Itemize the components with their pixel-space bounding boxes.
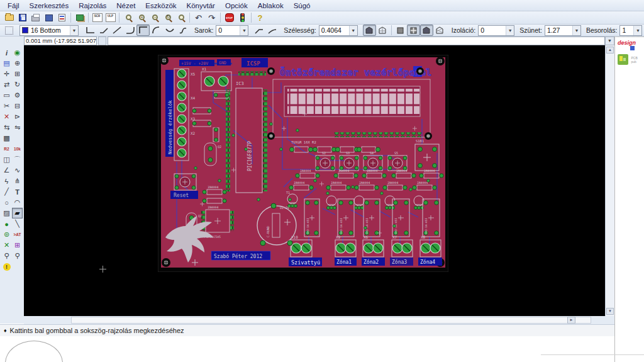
layer-select[interactable]: 16 Bottom ▼ xyxy=(19,25,79,36)
tool-ratsnest[interactable]: ✕ xyxy=(1,240,12,251)
redo-button[interactable]: ↷ xyxy=(205,12,218,23)
horizontal-scrollbar[interactable]: ◄ ► xyxy=(24,316,614,324)
pour-hatch-button[interactable] xyxy=(376,25,389,36)
scrollbar-track[interactable] xyxy=(71,317,591,324)
tool-route[interactable]: ϟ xyxy=(1,176,12,186)
command-history-dropdown[interactable]: ▼ xyxy=(605,37,614,45)
tool-pinswap[interactable]: ⇆ xyxy=(1,122,12,133)
tool-name[interactable]: R2 xyxy=(1,144,12,154)
bend-style-1[interactable] xyxy=(97,25,110,36)
tool-copy[interactable]: ⊞ xyxy=(12,69,23,79)
tool-group[interactable]: ▭ xyxy=(1,90,12,101)
bend-style-2[interactable] xyxy=(110,25,123,36)
tool-change[interactable]: ⚙ xyxy=(12,90,23,101)
print-button[interactable] xyxy=(29,12,42,23)
menu-view[interactable]: Nézet xyxy=(111,1,140,10)
menu-options[interactable]: Opciók xyxy=(220,1,253,10)
tool-paste[interactable]: ⊟ xyxy=(12,101,23,111)
isolate-select[interactable]: 0 ▼ xyxy=(478,25,514,36)
switch-editor-button[interactable] xyxy=(55,12,69,23)
tool-miter[interactable]: ⌒ xyxy=(12,154,23,165)
bend-style-5[interactable] xyxy=(150,25,163,36)
tool-optimize[interactable]: ∿ xyxy=(12,165,23,176)
tool-move[interactable]: ✛ xyxy=(1,69,12,79)
menu-windows[interactable]: Ablakok xyxy=(253,1,289,10)
pour-solid-button[interactable] xyxy=(363,25,376,36)
tool-via[interactable]: ● xyxy=(1,218,12,229)
spacing-select[interactable]: 1.27 ▼ xyxy=(545,25,581,36)
go-button[interactable] xyxy=(236,12,249,23)
scroll-right-button[interactable]: ► xyxy=(567,317,575,324)
tool-lock[interactable]: ▩ xyxy=(1,133,12,144)
tool-mark[interactable]: ⊕ xyxy=(12,58,23,69)
menu-draw[interactable]: Rajzolás xyxy=(74,1,111,10)
zoom-out-button[interactable]: − xyxy=(148,12,161,23)
command-splitter[interactable] xyxy=(98,37,106,45)
tool-display[interactable]: ▤ xyxy=(1,58,12,69)
grid-button[interactable] xyxy=(3,25,16,36)
menu-tools[interactable]: Eszközök xyxy=(140,1,181,10)
tool-value[interactable]: 10k xyxy=(12,144,23,154)
tool-hole[interactable]: ⊚ xyxy=(1,229,12,240)
bend-style-6[interactable] xyxy=(163,25,176,36)
orphans-on-button[interactable] xyxy=(420,25,433,36)
orphans-off-button[interactable] xyxy=(433,25,447,36)
tool-add[interactable]: ⊳ xyxy=(12,111,23,122)
tool-gateswap[interactable]: ⇋ xyxy=(12,122,23,133)
zoom-redraw-button[interactable]: ↻ xyxy=(161,12,174,23)
stop-button[interactable]: STOP xyxy=(223,12,236,23)
tool-rect[interactable]: ▨ xyxy=(1,208,12,218)
script-button[interactable]: SCR xyxy=(91,12,104,23)
miter-round-button[interactable] xyxy=(265,25,279,36)
corner-select[interactable]: 0 ▼ xyxy=(216,25,248,36)
library-button[interactable] xyxy=(73,12,86,23)
cam-button[interactable] xyxy=(42,12,55,23)
tool-smash[interactable]: ◫ xyxy=(1,154,12,165)
tool-errors[interactable]: ! xyxy=(1,261,12,272)
scroll-down-button[interactable]: ▼ xyxy=(606,308,614,315)
bend-style-3[interactable] xyxy=(123,25,136,36)
menu-file[interactable]: Fájl xyxy=(3,1,25,10)
help-button[interactable]: ? xyxy=(253,12,267,23)
tool-show[interactable]: ◉ xyxy=(12,47,23,58)
bend-style-0[interactable] xyxy=(84,25,97,36)
tool-wire[interactable]: ╱ xyxy=(1,186,12,197)
miter-straight-button[interactable] xyxy=(252,25,265,36)
tool-circle[interactable]: ○ xyxy=(1,197,12,208)
tool-autorouter[interactable]: ⊞ xyxy=(12,240,23,251)
tool-rotate[interactable]: ↻ xyxy=(12,79,23,90)
tool-ripup[interactable]: ⋔ xyxy=(12,176,23,186)
menu-library[interactable]: Könyvtár xyxy=(182,1,220,10)
save-button[interactable] xyxy=(16,12,29,23)
tool-drc[interactable]: ⚲ xyxy=(12,251,23,261)
drawing-canvas[interactable]: Öntözőrendszer vezérlőpanel +15V - +20V … xyxy=(24,45,605,316)
thermals-on-button[interactable] xyxy=(407,25,420,36)
tool-split[interactable]: ∠ xyxy=(1,165,12,176)
tool-mirror[interactable]: ⇄ xyxy=(1,79,12,90)
undo-button[interactable]: ↶ xyxy=(192,12,205,23)
tool-polygon-selected[interactable]: ▰ xyxy=(12,208,23,218)
thermals-off-button[interactable] xyxy=(394,25,407,36)
tool-delete[interactable]: ✕ xyxy=(1,111,12,122)
tool-erc[interactable]: ⚲ xyxy=(1,251,12,261)
tool-attribute[interactable]: >AT xyxy=(12,229,23,240)
scroll-up-button[interactable]: ▲ xyxy=(606,47,614,54)
open-button[interactable] xyxy=(3,12,16,23)
command-input[interactable] xyxy=(108,37,605,45)
bend-style-4-selected[interactable] xyxy=(136,25,150,36)
vertical-scrollbar[interactable]: ▲ ▼ xyxy=(605,45,614,316)
zoom-in-button[interactable]: + xyxy=(135,12,148,23)
rank-select[interactable]: 1 ▼ xyxy=(619,25,642,36)
tool-info[interactable]: i xyxy=(1,47,12,58)
menu-edit[interactable]: Szerkesztés xyxy=(25,1,74,10)
zoom-fit-button[interactable] xyxy=(121,12,135,23)
bend-style-7[interactable] xyxy=(176,25,189,36)
menu-help[interactable]: Súgó xyxy=(289,1,316,10)
tool-arc[interactable]: ◠ xyxy=(12,197,23,208)
zoom-select-button[interactable] xyxy=(174,12,187,23)
tool-text[interactable]: T xyxy=(12,186,23,197)
tool-signal[interactable]: ╲ xyxy=(12,218,23,229)
width-select[interactable]: 0.4064 ▼ xyxy=(319,25,358,36)
ulp-button[interactable]: ULP xyxy=(104,12,117,23)
tool-cut[interactable]: ✂ xyxy=(1,101,12,111)
